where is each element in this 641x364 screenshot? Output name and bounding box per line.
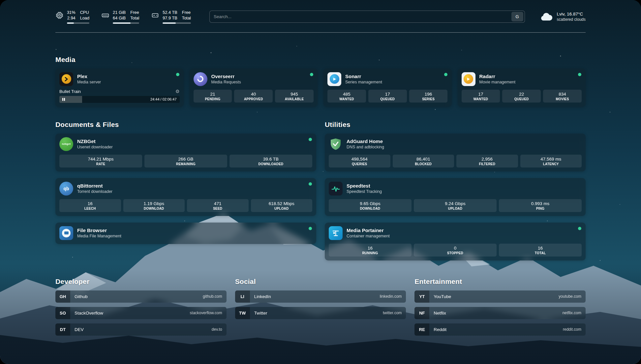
stat-value: 16 [329, 246, 411, 251]
stat-value: 945 [276, 92, 313, 97]
stat-label: FILTERED [457, 162, 517, 166]
stat-box: 9.24 Gbps UPLOAD [414, 199, 497, 212]
stat-box: 47.569 ms LATENCY [520, 155, 582, 167]
cpu-progressbar [67, 22, 89, 24]
service-link-speedtest[interactable]: Speedtest Speedtest Tracking [329, 182, 582, 196]
section-developer: Developer GH Github github.com SO StackO… [55, 278, 227, 340]
section-entertainment: Entertainment YT YouTube youtube.com NF … [414, 278, 586, 340]
stat-value: 744.21 Mbps [60, 157, 141, 162]
bookmark-name: Netflix [429, 311, 562, 316]
service-subtitle: Usenet downloader [77, 145, 113, 149]
stat-box: 17 WANTED [462, 90, 500, 103]
service-subtitle: Media Requests [211, 80, 241, 84]
stat-box: 266 GB REMAINING [144, 155, 227, 167]
memory-widget: 21 GiB Free 64 GiB Total [101, 10, 139, 24]
bookmark-row-twitter[interactable]: TW Twitter twitter.com [235, 307, 406, 319]
service-link-nzbget[interactable]: nzbget NZBGet Usenet downloader [59, 137, 312, 151]
weather-condition: scattered clouds [557, 17, 586, 22]
stat-value: 0 [414, 246, 496, 251]
bookmark-name: YouTube [429, 294, 559, 299]
stat-value: 21 [194, 92, 231, 97]
stat-label: RATE [60, 162, 141, 166]
stat-label: UPLOAD [414, 207, 496, 210]
bookmark-row-stackoverflow[interactable]: SO StackOverflow stackoverflow.com [55, 307, 227, 319]
bookmark-row-netflix[interactable]: NF Netflix netflix.com [414, 307, 586, 319]
service-name: Overseerr [211, 74, 241, 79]
bookmark-name: LinkedIn [250, 294, 380, 299]
cloud-icon [539, 12, 553, 22]
status-dot [176, 73, 179, 76]
stat-label: TOTAL [500, 251, 581, 255]
bookmark-row-reddit[interactable]: RE Reddit reddit.com [414, 323, 586, 336]
service-subtitle: Media server [77, 80, 101, 84]
bookmark-row-dev[interactable]: DT DEV dev.to [55, 323, 227, 336]
stat-value: 485 [328, 92, 365, 97]
status-dot [310, 73, 313, 76]
service-card-filebrowser: File Browser Media File Management [55, 223, 316, 244]
bookmark-url: linkedin.com [380, 294, 406, 299]
service-link-sonarr[interactable]: Sonarr Series management [327, 72, 448, 86]
status-dot [309, 227, 312, 230]
service-subtitle: Speedtest Tracking [347, 189, 382, 194]
cpu-load-value: 2.94 [67, 15, 76, 21]
stat-box: 16 TOTAL [499, 244, 582, 257]
service-name: Media Portainer [347, 228, 390, 233]
stat-box: 39.6 TB DOWNLOADED [229, 155, 312, 167]
stat-value: 1.19 Gbps [124, 201, 184, 206]
service-link-portainer[interactable]: Media Portainer Container management [329, 226, 582, 240]
stat-value: 196 [410, 92, 447, 97]
bookmark-name: DEV [70, 327, 212, 332]
stat-box: 0.993 ms PING [499, 199, 582, 212]
bookmark-url: dev.to [212, 327, 227, 332]
stat-value: 0.993 ms [500, 201, 581, 206]
service-card-adguard-home: AdGuard Home DNS and adblocking 498,564 … [325, 134, 586, 171]
playback-progressbar: 24:44 / 02:06:47 [59, 96, 180, 103]
gear-icon[interactable]: ⚙ [175, 89, 180, 94]
bookmark-row-github[interactable]: GH Github github.com [55, 290, 227, 303]
bookmark-name: Twitter [250, 311, 383, 316]
radarr-icon [462, 72, 475, 86]
section-documents-files: Documents & Files nzbget NZBGet Usenet d… [55, 121, 316, 260]
service-link-plex[interactable]: Plex Media server [59, 72, 180, 86]
stat-box: 17 QUEUED [368, 90, 407, 103]
stat-label: SERIES [410, 97, 447, 101]
stat-box: 22 QUEUED [502, 90, 541, 103]
stat-label: STOPPED [414, 251, 496, 255]
service-name: qBittorrent [77, 183, 112, 189]
stat-label: AVAILABLE [276, 97, 313, 101]
stat-box: 16 LEECH [59, 199, 121, 212]
bookmark-row-youtube[interactable]: YT YouTube youtube.com [414, 290, 586, 303]
stat-value: 40 [235, 92, 272, 97]
disk-free-value: 52.4 TB [163, 10, 177, 15]
bookmark-abbr: TW [235, 307, 250, 319]
bookmark-url: reddit.com [563, 327, 586, 332]
service-card-qbittorrent: qb qBittorrent Torrent downloader 16 LEE… [55, 178, 316, 216]
service-link-filebrowser[interactable]: File Browser Media File Management [59, 226, 312, 240]
pause-button[interactable] [59, 98, 68, 101]
stat-label: LEECH [60, 207, 120, 210]
bookmark-url: netflix.com [563, 311, 586, 315]
service-card-nzbget: nzbget NZBGet Usenet downloader 744.21 M… [55, 134, 316, 171]
service-card-portainer: Media Portainer Container management 16 … [325, 223, 586, 260]
stat-value: 2,956 [457, 157, 517, 162]
disk-icon [151, 11, 159, 19]
search-provider-button[interactable]: G [511, 12, 523, 21]
service-subtitle: Media File Management [77, 234, 121, 238]
service-subtitle: Movie management [479, 80, 516, 84]
stat-box: 16 RUNNING [329, 244, 412, 257]
section-title-media: Media [55, 56, 586, 64]
service-link-radarr[interactable]: Radarr Movie management [462, 72, 582, 86]
service-link-adguard-home[interactable]: AdGuard Home DNS and adblocking [329, 137, 582, 151]
search-input[interactable] [210, 11, 511, 22]
cpu-chip-icon [55, 11, 64, 19]
stat-box: 485 WANTED [327, 90, 366, 103]
bookmark-abbr: NF [414, 307, 429, 319]
service-link-qbittorrent[interactable]: qb qBittorrent Torrent downloader [59, 182, 312, 196]
stat-box: 471 SEED [187, 199, 249, 212]
plex-icon [59, 72, 73, 86]
bookmark-row-linkedin[interactable]: LI LinkedIn linkedin.com [235, 290, 406, 303]
service-link-overseerr[interactable]: Overseerr Media Requests [194, 72, 314, 86]
stat-label: MOVIES [544, 97, 581, 101]
stat-label: QUEUED [503, 97, 540, 101]
section-title-entertainment: Entertainment [414, 278, 586, 286]
